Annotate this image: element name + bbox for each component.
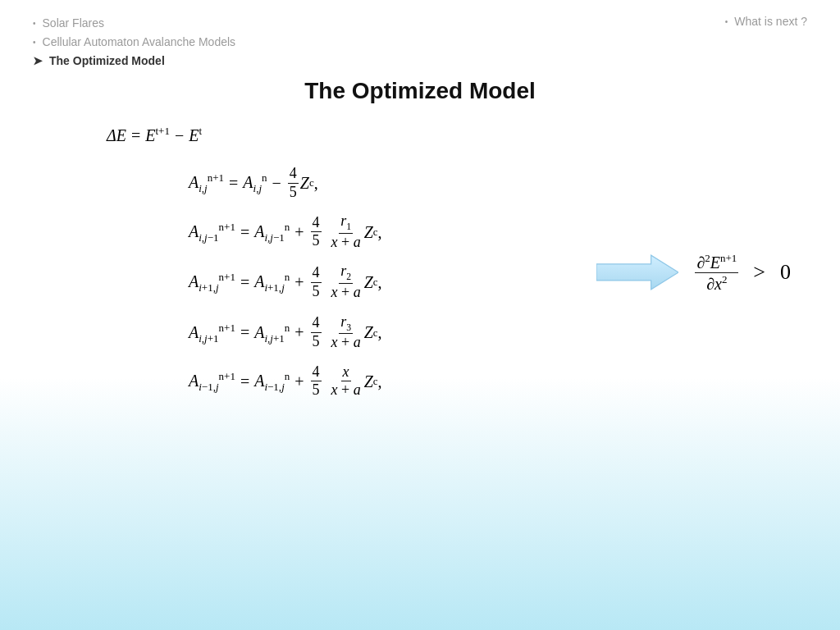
- arrow-result-area: ∂2En+1 ∂x2 > 0: [596, 252, 791, 293]
- nav-right-label: What is next ?: [734, 15, 807, 28]
- top-nav: • Solar Flares • Cellular Automaton Aval…: [33, 15, 807, 70]
- eq4: Ai,j+1n+1 = Ai,j+1n + 4 5 r3 x + a Zc,: [189, 313, 807, 352]
- nav-item-cellular: • Cellular Automaton Avalanche Models: [33, 34, 235, 51]
- nav-item-solar: • Solar Flares: [33, 15, 235, 32]
- svg-marker-0: [596, 255, 678, 290]
- eq1: Ai,jn+1 = Ai,jn − 4 5 Zc,: [189, 165, 807, 201]
- nav-item-optimized: ➤ The Optimized Model: [33, 52, 235, 70]
- nav-label-optimized: The Optimized Model: [49, 52, 165, 70]
- nav-label-cellular: Cellular Automaton Avalanche Models: [43, 34, 236, 51]
- eq5: Ai−1,jn+1 = Ai−1,jn + 4 5 x x + a Zc,: [189, 363, 807, 399]
- eq-delta-e: ΔE = Et+1 − Et: [107, 121, 807, 150]
- bullet-right: •: [725, 17, 728, 26]
- eq2: Ai,j−1n+1 = Ai,j−1n + 4 5 r1 x + a Zc,: [189, 212, 807, 251]
- main-title: The Optimized Model: [33, 78, 807, 104]
- bullet-cellular: •: [33, 36, 36, 48]
- slide: • Solar Flares • Cellular Automaton Aval…: [0, 0, 840, 630]
- arrow-icon: ➤: [33, 52, 43, 70]
- nav-right: • What is next ?: [725, 15, 807, 28]
- partial-eq: ∂2En+1 ∂x2 > 0: [695, 252, 791, 293]
- nav-left: • Solar Flares • Cellular Automaton Aval…: [33, 15, 235, 70]
- content-area: ΔE = Et+1 − Et Ai,jn+1 = Ai,jn − 4 5 Zc,…: [33, 121, 807, 399]
- nav-label-solar: Solar Flares: [43, 15, 104, 32]
- bullet-solar: •: [33, 17, 36, 30]
- right-arrow-icon: [596, 252, 678, 293]
